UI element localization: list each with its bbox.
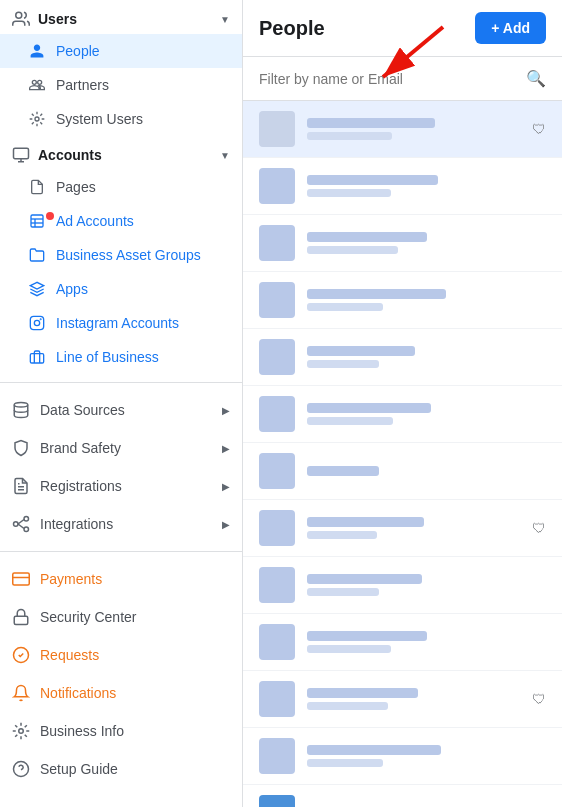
sidebar-item-notifications[interactable]: Notifications (0, 674, 242, 712)
business-asset-groups-icon (28, 246, 46, 264)
users-section-label: Users (38, 11, 77, 27)
accounts-chevron: ▼ (220, 150, 230, 161)
registrations-label: Registrations (40, 478, 122, 494)
ad-accounts-notification (46, 212, 54, 220)
svg-point-17 (14, 522, 19, 527)
svg-marker-9 (30, 282, 43, 289)
table-row[interactable] (243, 728, 562, 785)
person-info (307, 289, 546, 311)
instagram-accounts-label: Instagram Accounts (56, 315, 179, 331)
data-sources-arrow: ▶ (222, 405, 230, 416)
filter-section: 🔍 (243, 57, 562, 101)
person-name-bar (307, 232, 427, 242)
person-name-bar (307, 175, 438, 185)
person-name-bar (307, 688, 418, 698)
sidebar-item-security-center[interactable]: Security Center (0, 598, 242, 636)
table-row[interactable]: 🛡 (243, 671, 562, 728)
sidebar-item-people[interactable]: People (0, 34, 242, 68)
svg-rect-13 (30, 354, 43, 363)
avatar (259, 453, 295, 489)
person-detail-bar (307, 702, 388, 710)
svg-point-19 (24, 527, 29, 532)
person-name-bar (307, 289, 446, 299)
svg-rect-22 (13, 573, 30, 585)
person-detail-bar (307, 246, 398, 254)
person-detail-bar (307, 531, 377, 539)
table-row[interactable] (243, 215, 562, 272)
setup-guide-label: Setup Guide (40, 761, 118, 777)
shield-icon: 🛡 (532, 121, 546, 137)
add-button[interactable]: + Add (475, 12, 546, 44)
sidebar-item-ad-accounts[interactable]: Ad Accounts (0, 204, 242, 238)
sidebar-item-registrations[interactable]: Registrations ▶ (0, 467, 242, 505)
data-sources-icon (12, 401, 30, 419)
shield-icon: 🛡 (532, 520, 546, 536)
ad-accounts-icon (28, 212, 46, 230)
person-info (307, 346, 546, 368)
person-info (307, 631, 546, 653)
table-row[interactable] (243, 443, 562, 500)
integrations-label: Integrations (40, 516, 113, 532)
person-name-bar (307, 574, 422, 584)
person-name-bar (307, 517, 424, 527)
table-row[interactable] (243, 557, 562, 614)
avatar (259, 396, 295, 432)
person-name-bar (307, 745, 441, 755)
svg-point-26 (19, 729, 24, 734)
line-of-business-icon (28, 348, 46, 366)
svg-line-20 (18, 520, 24, 525)
people-list: 🛡 (243, 101, 562, 807)
sidebar-divider-2 (0, 551, 242, 552)
person-detail-bar (307, 645, 391, 653)
person-info (307, 175, 546, 197)
users-section-header[interactable]: Users ▼ (0, 0, 242, 34)
person-name-bar (307, 403, 431, 413)
sidebar-item-instagram-accounts[interactable]: Instagram Accounts (0, 306, 242, 340)
system-users-icon (28, 110, 46, 128)
person-detail-bar (307, 303, 383, 311)
accounts-section-header[interactable]: Accounts ▼ (0, 136, 242, 170)
sidebar-item-system-users[interactable]: System Users (0, 102, 242, 136)
data-sources-label: Data Sources (40, 402, 125, 418)
search-icon[interactable]: 🔍 (526, 69, 546, 88)
table-row[interactable]: 🛡 (243, 500, 562, 557)
sidebar-item-payments[interactable]: Payments (0, 560, 242, 598)
security-center-label: Security Center (40, 609, 136, 625)
main-content: People + Add 🔍 🛡 (243, 0, 562, 807)
svg-rect-10 (30, 316, 43, 329)
sidebar-item-business-info[interactable]: Business Info (0, 712, 242, 750)
sidebar-item-partners[interactable]: Partners (0, 68, 242, 102)
person-detail-bar (307, 759, 383, 767)
requests-label: Requests (40, 647, 99, 663)
sidebar-item-brand-safety[interactable]: Brand Safety ▶ (0, 429, 242, 467)
person-info (307, 517, 520, 539)
table-row[interactable]: 🛡 (243, 101, 562, 158)
table-row[interactable] (243, 386, 562, 443)
sidebar-item-requests[interactable]: Requests (0, 636, 242, 674)
sidebar-item-line-of-business[interactable]: Line of Business (0, 340, 242, 374)
sidebar-item-apps[interactable]: Apps (0, 272, 242, 306)
integrations-icon (12, 515, 30, 533)
person-detail-bar (307, 189, 391, 197)
sidebar-item-setup-guide[interactable]: Setup Guide (0, 750, 242, 788)
payments-icon (12, 570, 30, 588)
accounts-section-label: Accounts (38, 147, 102, 163)
sidebar-item-data-sources[interactable]: Data Sources ▶ (0, 391, 242, 429)
table-row[interactable] (243, 272, 562, 329)
table-row[interactable] (243, 614, 562, 671)
avatar (259, 282, 295, 318)
svg-point-18 (24, 517, 29, 522)
sidebar-divider-1 (0, 382, 242, 383)
people-label: People (56, 43, 100, 59)
filter-input[interactable] (259, 71, 526, 87)
sidebar-item-pages[interactable]: Pages (0, 170, 242, 204)
table-row[interactable]: 🛡 (243, 785, 562, 807)
svg-point-11 (34, 320, 39, 325)
filter-bar: 🔍 (243, 57, 562, 101)
sidebar-item-integrations[interactable]: Integrations ▶ (0, 505, 242, 543)
registrations-icon (12, 477, 30, 495)
main-header: People + Add (243, 0, 562, 57)
table-row[interactable] (243, 158, 562, 215)
table-row[interactable] (243, 329, 562, 386)
sidebar-item-business-asset-groups[interactable]: Business Asset Groups (0, 238, 242, 272)
